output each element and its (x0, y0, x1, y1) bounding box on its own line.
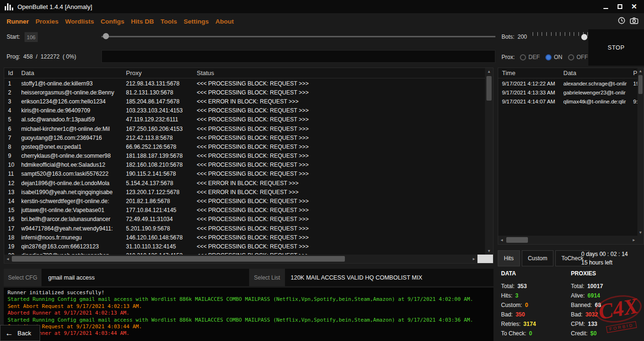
stat-row: Hits: 3 (501, 291, 569, 300)
hits-tabs: HitsCustomToCheck (498, 250, 590, 266)
scroll-right-icon[interactable]: ► (630, 236, 637, 244)
proxy-mode-radio[interactable]: ON (545, 54, 562, 60)
maximize-button[interactable] (613, 0, 627, 13)
scrollbar-thumb[interactable] (506, 237, 528, 243)
results-rows: 1 stoffy1@t-online.de:killern93 212.98.1… (4, 79, 485, 255)
scrollbar-thumb[interactable] (12, 256, 345, 262)
table-row[interactable]: 6 michael-kirchner1c@t-online.de:Mil 167… (4, 124, 485, 133)
config-name-field[interactable]: gmail mail access (42, 269, 249, 286)
table-row[interactable]: 2 heisserorgasmus@t-online.de:Benny 81.2… (4, 88, 485, 97)
table-row[interactable]: 5 al.sdc@wanadoo.fr:13paul59 47.119.129.… (4, 115, 485, 124)
results-table-header: Id Data Proxy Status (4, 68, 493, 78)
table-row[interactable]: 20 dingding789@yeah.net:huangchen 210.21… (4, 251, 485, 255)
table-row[interactable]: 16 bri.bellh@arcor.de:lalunasundancer 72… (4, 215, 485, 224)
bots-slider[interactable] (532, 31, 589, 43)
stat-label: To Check: (501, 330, 526, 337)
column-header-data[interactable]: Data (563, 69, 633, 77)
table-row[interactable]: 7 guoyutang@126.com:23694716 212.42.113.… (4, 133, 485, 142)
menu-item[interactable]: Wordlists (65, 18, 94, 25)
stat-label: Banned: (571, 302, 592, 308)
stat-row: Banned: 68 (571, 300, 642, 310)
table-row[interactable]: 9 cherryklaus@t-online.de:sommer98 181.1… (4, 152, 485, 161)
menu-item[interactable]: About (216, 18, 234, 25)
elapsed-timer: 0 days 00 : 02 : 14 (581, 251, 628, 257)
proxies-stats-title: PROXIES (571, 270, 642, 281)
menu-item[interactable]: Hits DB (131, 18, 154, 25)
scroll-up-icon[interactable]: ▲ (485, 68, 493, 75)
cell-id: 3 (8, 98, 21, 105)
results-horizontal-scrollbar[interactable]: ◄ ► (4, 255, 477, 263)
tab[interactable]: Custom (522, 250, 553, 266)
tab[interactable]: Hits (498, 250, 520, 266)
hit-row[interactable]: 9/17/2021 4:13:33 AM gabrielewenger23@t-… (498, 88, 637, 97)
table-row[interactable]: 15 juttawe@t-online.de:Vapebase01 177.10… (4, 206, 485, 215)
column-header-id[interactable]: Id (8, 69, 21, 77)
menu-item[interactable]: Runner (7, 18, 29, 25)
cell-id: 14 (8, 198, 21, 205)
table-row[interactable]: 12 dejan1896@t-online.de:LondoMola 5.154… (4, 179, 485, 188)
cell-data: qin2876@163.com:666123123 (21, 243, 126, 250)
hits-vertical-scrollbar[interactable]: ▲ ▼ (637, 68, 644, 236)
menu-item[interactable]: Configs (100, 18, 124, 25)
select-list-button[interactable]: Select List (249, 269, 285, 286)
slider-thumb[interactable] (103, 33, 109, 39)
progress-slider[interactable] (101, 32, 495, 41)
stat-value: 6914 (587, 292, 600, 299)
minimize-button[interactable] (599, 0, 613, 13)
menu-icons (618, 17, 644, 26)
menu-item[interactable]: Settings (184, 18, 209, 25)
scroll-down-icon[interactable]: ▼ (637, 230, 644, 236)
cell-id: 12 (8, 180, 21, 187)
table-row[interactable]: 11 sampt520@163.com:laski5576222 190.115… (4, 170, 485, 179)
stop-button[interactable]: STOP (588, 29, 644, 66)
scroll-down-icon[interactable]: ▼ (485, 247, 493, 255)
list-name-field[interactable]: 120K MAIL ACCESS VALID HQ COMBOLIST MIX (285, 269, 493, 286)
hit-row[interactable]: 9/17/2021 4:12:22 AM alexander.schrage@t… (498, 79, 637, 88)
log-area: Runner initialized succesfully!Started R… (4, 288, 493, 341)
hits-horizontal-scrollbar[interactable]: ◄ ► (498, 236, 637, 244)
proxy-mode-radio[interactable]: DEF (520, 54, 540, 60)
table-row[interactable]: 14 kerstin-schwerdtfeger@t-online.de: 20… (4, 196, 485, 205)
table-row[interactable]: 1 stoffy1@t-online.de:killern93 212.98.1… (4, 79, 485, 88)
maximize-icon (618, 4, 622, 9)
column-header-time[interactable]: Time (502, 69, 563, 77)
table-row[interactable]: 8 gosteq@onet.eu:pedal1 66.96.252.126:56… (4, 142, 485, 151)
stat-value: 3032 (585, 311, 598, 318)
scrollbar-thumb[interactable] (638, 75, 643, 94)
table-row[interactable]: 19 qin2876@163.com:666123123 31.10.110.1… (4, 242, 485, 251)
scroll-right-icon[interactable]: ► (470, 255, 477, 263)
stat-row: Alive: 6914 (571, 291, 642, 300)
cell-status: <<< ERROR IN BLOCK: REQUEST >>> (197, 189, 485, 196)
scrollbar-thumb[interactable] (486, 76, 492, 101)
scroll-left-icon[interactable]: ◄ (498, 236, 505, 244)
cell-data: stoffy1@t-online.de:killern93 (21, 80, 126, 87)
cell-id: 2 (8, 89, 21, 96)
scroll-up-icon[interactable]: ▲ (637, 68, 644, 74)
results-vertical-scrollbar[interactable]: ▲ ▼ (485, 68, 493, 255)
table-row[interactable]: 17 w944717864@yeah.net:wendy9411: 5.201.… (4, 224, 485, 233)
column-header-data[interactable]: Data (21, 69, 126, 77)
start-input[interactable]: 106 (25, 32, 38, 42)
hit-row[interactable]: 9/17/2021 4:14:07 AM qlimax4tk@t-online.… (498, 97, 637, 106)
table-row[interactable]: 13 isabel1990@yeah.net:qingqingisabe 123… (4, 188, 485, 196)
back-button[interactable]: ← Back (0, 325, 40, 341)
close-button[interactable]: ✕ (627, 0, 641, 13)
cell-data: qlimax4tk@t-online.de:qlir (563, 99, 633, 104)
table-row[interactable]: 18 inferni@noos.fr:munegu 146.120.160.14… (4, 233, 485, 242)
cell-time: 9/17/2021 4:12:22 AM (502, 81, 563, 86)
column-header-status[interactable]: Status (197, 69, 493, 77)
proxy-mode-radio[interactable]: OFF (568, 54, 588, 60)
menu-item[interactable]: Proxies (35, 18, 59, 25)
back-label: Back (17, 330, 31, 337)
table-row[interactable]: 4 kiris@t-online.de:96409709 103.233.103… (4, 106, 485, 115)
table-row[interactable]: 3 erikson1234@126.com:hello1234 185.204.… (4, 97, 485, 106)
column-header-proxy[interactable]: Proxy (126, 69, 197, 77)
cell-id: 7 (8, 135, 21, 141)
menu-item[interactable]: Tools (160, 18, 177, 25)
history-icon[interactable] (618, 17, 626, 26)
scroll-left-icon[interactable]: ◄ (4, 255, 11, 263)
screenshot-camera-icon[interactable] (630, 17, 638, 26)
bots-slider-thumb[interactable] (581, 34, 587, 40)
table-row[interactable]: 10 hdmikeofficial@hot.ee:Saladus12 182.1… (4, 161, 485, 170)
select-cfg-button[interactable]: Select CFG (4, 269, 42, 286)
